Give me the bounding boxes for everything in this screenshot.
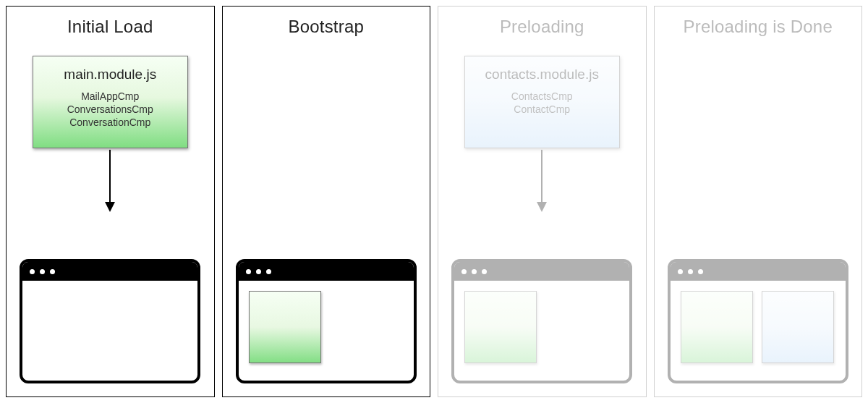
svg-marker-3	[537, 202, 547, 212]
window-dot-icon	[678, 269, 683, 274]
panel-bootstrap: Bootstrap	[222, 6, 431, 397]
module-components: ContactsCmp ContactCmp	[511, 90, 573, 116]
arrow-down-icon	[447, 150, 637, 213]
browser-window	[451, 259, 632, 383]
window-dot-icon	[266, 269, 271, 274]
panel-title: Preloading	[447, 14, 637, 37]
window-dot-icon	[482, 269, 487, 274]
window-dot-icon	[698, 269, 703, 274]
window-dot-icon	[30, 269, 35, 274]
browser-titlebar	[239, 262, 414, 281]
module-component: ContactCmp	[511, 103, 573, 116]
browser-window	[236, 259, 417, 383]
module-name: contacts.module.js	[485, 67, 599, 82]
module-component: ConversationsCmp	[67, 103, 153, 116]
module-component: ContactsCmp	[511, 90, 573, 103]
loaded-module-tile	[762, 291, 834, 363]
browser-titlebar	[454, 262, 629, 281]
window-dot-icon	[461, 269, 467, 274]
module-component: ConversationCmp	[67, 116, 153, 129]
browser-window	[668, 259, 848, 383]
panel-title: Bootstrap	[231, 14, 422, 37]
window-dot-icon	[688, 269, 693, 274]
window-dot-icon	[472, 269, 477, 274]
loaded-module-tile	[681, 291, 753, 363]
window-dot-icon	[50, 269, 55, 274]
module-box-main: main.module.js MailAppCmp ConversationsC…	[33, 56, 188, 148]
loaded-module-tile	[249, 291, 321, 363]
module-components: MailAppCmp ConversationsCmp Conversation…	[67, 90, 153, 130]
panel-preloading: Preloading contacts.module.js ContactsCm…	[438, 6, 647, 397]
window-dot-icon	[256, 269, 261, 274]
panel-initial-load: Initial Load main.module.js MailAppCmp C…	[6, 6, 215, 397]
panel-title: Initial Load	[15, 14, 205, 37]
browser-titlebar	[22, 262, 197, 281]
panel-title: Preloading is Done	[663, 14, 854, 37]
browser-viewport	[239, 281, 414, 381]
browser-viewport	[454, 281, 629, 381]
browser-viewport	[22, 281, 197, 381]
panel-preloading-done: Preloading is Done	[654, 6, 863, 397]
browser-viewport	[671, 281, 846, 381]
module-component: MailAppCmp	[67, 90, 153, 103]
module-name: main.module.js	[64, 67, 156, 82]
arrow-down-icon	[15, 150, 205, 213]
module-box-contacts: contacts.module.js ContactsCmp ContactCm…	[464, 56, 620, 148]
browser-titlebar	[671, 262, 846, 281]
loaded-module-tile	[464, 291, 537, 363]
window-dot-icon	[40, 269, 45, 274]
svg-marker-1	[105, 202, 115, 212]
browser-window	[20, 259, 200, 383]
window-dot-icon	[246, 269, 251, 274]
